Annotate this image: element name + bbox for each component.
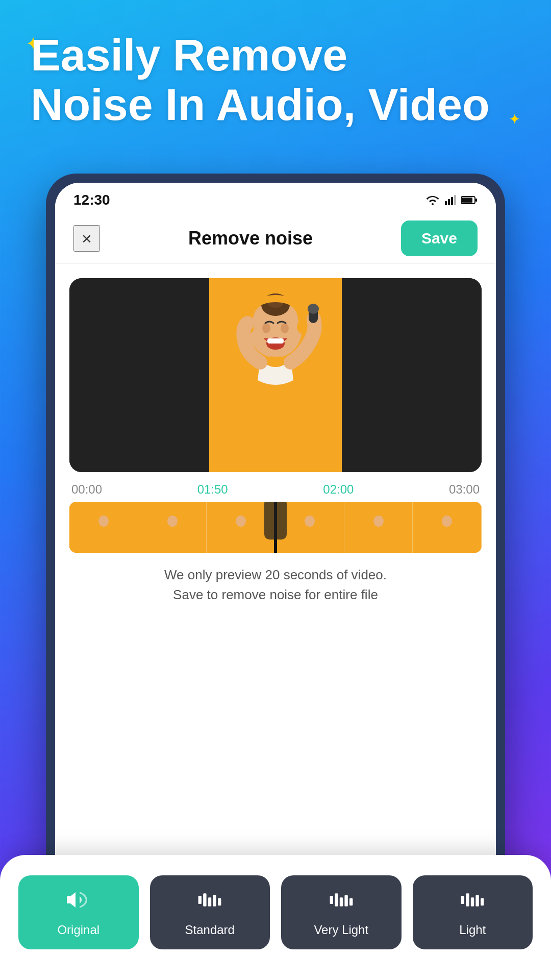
timestamp-1: 01:50 bbox=[197, 482, 228, 497]
status-icons bbox=[425, 195, 478, 205]
video-preview bbox=[69, 278, 482, 472]
svg-rect-31 bbox=[198, 896, 202, 904]
svg-rect-2 bbox=[451, 197, 453, 205]
battery-icon bbox=[461, 195, 478, 205]
timeline-frame-1 bbox=[69, 502, 138, 553]
person-figure bbox=[209, 278, 342, 472]
svg-point-30 bbox=[442, 516, 452, 527]
original-icon bbox=[66, 890, 91, 915]
noise-option-standard[interactable]: Standard bbox=[150, 875, 270, 949]
timestamp-3: 03:00 bbox=[449, 482, 480, 497]
svg-rect-43 bbox=[471, 897, 474, 906]
original-label: Original bbox=[57, 923, 99, 937]
svg-rect-5 bbox=[462, 198, 472, 203]
equalizer-icon-standard bbox=[197, 890, 222, 910]
timeline-timestamps: 00:00 01:50 02:00 03:00 bbox=[69, 482, 482, 497]
timeline-frame-2 bbox=[138, 502, 207, 553]
hero-section: Easily Remove Noise In Audio, Video bbox=[31, 31, 520, 130]
timeline-strip[interactable] bbox=[69, 502, 482, 553]
timeline-frame-6 bbox=[413, 502, 482, 553]
svg-rect-35 bbox=[218, 898, 221, 905]
timeline-section: 00:00 01:50 02:00 03:00 bbox=[55, 472, 496, 553]
timestamp-0: 00:00 bbox=[71, 482, 102, 497]
playhead[interactable] bbox=[274, 502, 277, 553]
wifi-icon bbox=[425, 195, 440, 205]
save-button[interactable]: Save bbox=[401, 220, 478, 256]
timestamp-2: 02:00 bbox=[323, 482, 354, 497]
phone-screen: 12:30 bbox=[55, 183, 496, 879]
svg-point-28 bbox=[373, 516, 384, 527]
preview-notice: We only preview 20 seconds of video. Sav… bbox=[55, 565, 496, 605]
svg-rect-0 bbox=[445, 201, 447, 205]
timeline-frame-5 bbox=[344, 502, 413, 553]
svg-rect-1 bbox=[448, 199, 450, 205]
very-light-label: Very Light bbox=[314, 923, 368, 937]
svg-point-20 bbox=[98, 516, 109, 527]
svg-rect-45 bbox=[481, 898, 484, 905]
bottom-panel: Original Standard bbox=[0, 855, 551, 980]
svg-point-26 bbox=[305, 516, 315, 527]
svg-rect-18 bbox=[308, 304, 319, 314]
svg-point-12 bbox=[281, 323, 289, 333]
svg-point-11 bbox=[262, 323, 270, 333]
svg-rect-41 bbox=[461, 896, 464, 904]
svg-point-24 bbox=[236, 516, 246, 527]
preview-notice-line1: We only preview 20 seconds of video. bbox=[55, 565, 496, 585]
svg-rect-39 bbox=[344, 895, 347, 906]
noise-option-original[interactable]: Original bbox=[18, 875, 139, 949]
speaker-icon bbox=[66, 890, 91, 910]
svg-rect-42 bbox=[466, 893, 469, 906]
svg-rect-44 bbox=[476, 895, 479, 906]
noise-option-very-light[interactable]: Very Light bbox=[281, 875, 402, 949]
noise-option-light[interactable]: Light bbox=[413, 875, 533, 949]
screen-title: Remove noise bbox=[188, 228, 313, 249]
svg-point-22 bbox=[167, 516, 178, 527]
video-thumbnail bbox=[209, 278, 342, 472]
light-icon bbox=[460, 890, 485, 915]
svg-rect-32 bbox=[203, 893, 206, 906]
svg-rect-33 bbox=[208, 897, 211, 906]
svg-rect-37 bbox=[335, 893, 338, 906]
noise-options: Original Standard bbox=[18, 875, 533, 949]
preview-notice-line2: Save to remove noise for entire file bbox=[55, 585, 496, 605]
equalizer-icon-light bbox=[460, 890, 485, 910]
standard-label: Standard bbox=[185, 923, 235, 937]
svg-rect-14 bbox=[267, 338, 284, 344]
equalizer-icon-very-light bbox=[329, 890, 354, 910]
phone-mockup: 12:30 bbox=[46, 174, 505, 888]
very-light-icon bbox=[329, 890, 354, 915]
hero-title: Easily Remove Noise In Audio, Video bbox=[31, 31, 520, 130]
svg-rect-36 bbox=[330, 896, 333, 904]
svg-rect-40 bbox=[349, 898, 353, 905]
svg-rect-38 bbox=[340, 897, 343, 906]
svg-rect-6 bbox=[475, 199, 477, 202]
status-time: 12:30 bbox=[73, 192, 110, 208]
light-label: Light bbox=[459, 923, 486, 937]
signal-icon bbox=[445, 195, 456, 205]
standard-icon bbox=[197, 890, 222, 915]
close-button[interactable]: × bbox=[73, 225, 100, 252]
svg-rect-34 bbox=[213, 895, 216, 906]
svg-rect-3 bbox=[454, 195, 456, 205]
top-bar: × Remove noise Save bbox=[55, 213, 496, 264]
status-bar: 12:30 bbox=[55, 183, 496, 213]
